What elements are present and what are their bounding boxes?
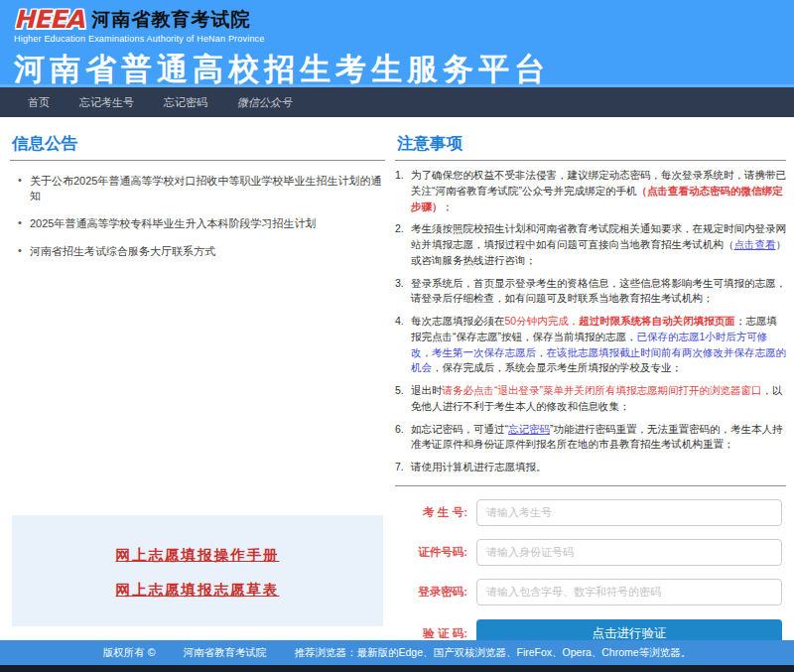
announcement-list: 关于公布2025年普通高等学校对口招收中等职业学校毕业生招生计划的通知 2025… (10, 174, 385, 259)
nav-item-forgot-password[interactable]: 忘记密码 (164, 95, 207, 110)
recommended-browsers-text: 推荐浏览器：最新版的Edge、国产双核浏览器、FireFox、Opera、Chr… (295, 646, 692, 660)
password-label: 登录密码: (395, 585, 476, 600)
note-number: 4. (395, 314, 411, 376)
announcements-title: 信息公告 (12, 133, 385, 155)
note-text: 每次志愿填报必须在 (411, 315, 505, 327)
header: HEEA 河南省教育考试院 Higher Education Examinati… (0, 0, 794, 87)
announcements-panel: 信息公告 关于公布2025年普通高等学校对口招收中等职业学校毕业生招生计划的通知… (10, 131, 385, 640)
footer-org-name: 河南省教育考试院 (184, 646, 267, 660)
id-number-input[interactable] (476, 539, 782, 566)
note-text: ，保存完成后，系统会显示考生所填报的学校及专业； (432, 361, 682, 373)
download-link-draft-form[interactable]: 网上志愿填报志愿草表 (12, 581, 383, 600)
heea-logo-icon: HEEA (14, 7, 83, 32)
note-item: 7. 请使用计算机进行志愿填报。 (395, 460, 786, 475)
divider (395, 160, 786, 161)
main-content: 信息公告 关于公布2025年普通高等学校对口招收中等职业学校毕业生招生计划的通知… (0, 117, 794, 640)
bottom-strip (0, 665, 794, 672)
id-number-row: 证件号码: (395, 539, 782, 566)
note-text: 请使用计算机进行志愿填报。 (411, 461, 547, 472)
note-item: 5. 退出时请务必点击“退出登录”菜单并关闭所有填报志愿期间打开的浏览器窗口，以… (395, 383, 786, 415)
note-text: 退出时 (411, 384, 443, 396)
forgot-password-link[interactable]: 忘记密码 (508, 423, 550, 435)
note-text: 如忘记密码，可通过“忘记密码”功能进行密码重置，无法重置密码的，考生本人持准考证… (411, 422, 786, 454)
announcement-link[interactable]: 河南省招生考试综合服务大厅联系方式 (18, 244, 385, 259)
org-name-english: Higher Education Examinations Authority … (14, 34, 794, 44)
note-text: 登录系统后，首页显示登录考生的资格信息，这些信息将影响考生可填报的志愿，请登录后… (411, 277, 786, 305)
nav-item-wechat-account[interactable]: 微信公众号 (237, 95, 292, 110)
notes-and-login-panel: 注意事项 1. 为了确保您的权益不受非法侵害，建议绑定动态密码，每次登录系统时，… (395, 131, 786, 640)
page: HEEA 河南省教育考试院 Higher Education Examinati… (0, 0, 794, 672)
footer: 版权所有 © 河南省教育考试院 推荐浏览器：最新版的Edge、国产双核浏览器、F… (0, 640, 794, 665)
id-number-label: 证件号码: (395, 545, 476, 560)
note-text-red: 请务必点击“退出登录”菜单并关闭所有填报志愿期间打开的浏览器窗口 (443, 384, 762, 396)
note-number: 2. (395, 221, 411, 268)
note-number: 3. (395, 276, 411, 308)
candidate-number-input[interactable] (476, 499, 782, 526)
nav-item-home[interactable]: 首页 (28, 95, 50, 110)
announcement-link[interactable]: 关于公布2025年普通高等学校对口招收中等职业学校毕业生招生计划的通知 (18, 174, 385, 203)
note-item: 2. 考生须按照院校招生计划和河南省教育考试院相关通知要求，在规定时间内登录网站… (395, 221, 786, 268)
note-number: 7. (395, 460, 411, 475)
note-text: 退出时请务必点击“退出登录”菜单并关闭所有填报志愿期间打开的浏览器窗口，以免他人… (411, 383, 786, 415)
note-text: 如忘记密码，可通过“ (411, 423, 508, 435)
note-text: 每次志愿填报必须在50分钟内完成，超过时限系统将自动关闭填报页面；志愿填报完点击… (411, 314, 786, 376)
click-to-view-link[interactable]: 点击查看 (734, 238, 776, 250)
note-number: 6. (395, 422, 411, 454)
password-row: 登录密码: (395, 579, 782, 605)
note-text: 为了确保您的权益不受非法侵害，建议绑定动态密码，每次登录系统时，请携带已关注“河… (411, 168, 786, 214)
candidate-number-label: 考 生 号: (395, 505, 476, 520)
note-item: 4. 每次志愿填报必须在50分钟内完成，超过时限系统将自动关闭填报页面；志愿填报… (395, 314, 786, 376)
note-item: 1. 为了确保您的权益不受非法侵害，建议绑定动态密码，每次登录系统时，请携带已关… (395, 168, 786, 214)
nav-item-forgot-candidate-number[interactable]: 忘记考生号 (79, 95, 134, 110)
note-text: 登录系统后，首页显示登录考生的资格信息，这些信息将影响考生可填报的志愿，请登录后… (411, 276, 786, 308)
notes-title: 注意事项 (397, 133, 786, 155)
note-number: 1. (395, 168, 411, 214)
note-text-red-bold: 超过时限系统将自动关闭填报页面 (579, 315, 735, 327)
notes-list: 1. 为了确保您的权益不受非法侵害，建议绑定动态密码，每次登录系统时，请携带已关… (395, 168, 786, 475)
candidate-number-row: 考 生 号: (395, 499, 782, 526)
note-text: ； (443, 201, 454, 212)
note-item: 6. 如忘记密码，可通过“忘记密码”功能进行密码重置，无法重置密码的，考生本人持… (395, 422, 786, 454)
download-link-manual[interactable]: 网上志愿填报操作手册 (12, 546, 383, 565)
divider (395, 485, 786, 486)
note-text-red: 50分钟内完成， (505, 315, 580, 327)
note-item: 3. 登录系统后，首页显示登录考生的资格信息，这些信息将影响考生可填报的志愿，请… (395, 276, 786, 308)
org-name: 河南省教育考试院 (91, 7, 250, 33)
captcha-label: 验 证 码: (395, 626, 476, 641)
downloads-box: 网上志愿填报操作手册 网上志愿填报志愿草表 (12, 515, 383, 626)
brand: HEEA 河南省教育考试院 (14, 7, 794, 33)
note-text: 考生须按照院校招生计划和河南省教育考试院相关通知要求，在规定时间内登录网站并填报… (411, 222, 786, 250)
site-title: 河南省普通高校招生考生服务平台 (14, 49, 794, 90)
divider (10, 160, 385, 161)
password-input[interactable] (476, 579, 782, 605)
note-number: 5. (395, 383, 411, 415)
copyright-text: 版权所有 © (103, 646, 156, 660)
announcement-link[interactable]: 2025年普通高等学校专科毕业生升入本科阶段学习招生计划 (18, 216, 385, 231)
note-text: 考生须按照院校招生计划和河南省教育考试院相关通知要求，在规定时间内登录网站并填报… (411, 221, 786, 268)
main-nav: 首页 忘记考生号 忘记密码 微信公众号 (0, 87, 794, 117)
note-text: 请使用计算机进行志愿填报。 (411, 460, 786, 475)
